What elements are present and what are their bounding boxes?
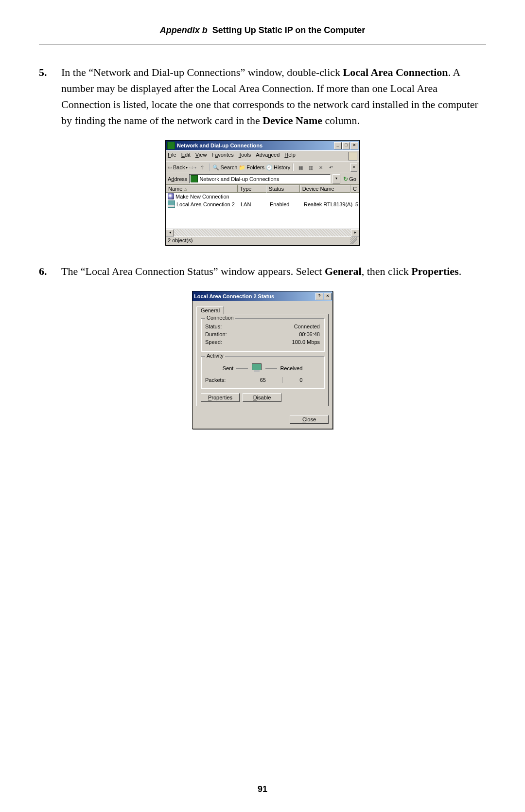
list-item[interactable]: Make New Connection bbox=[166, 193, 359, 200]
computers-icon bbox=[251, 363, 262, 373]
scroll-right-button[interactable]: ▸ bbox=[351, 229, 359, 236]
col-status[interactable]: Status bbox=[266, 185, 300, 193]
addressbar: Address Network and Dial-up Connections … bbox=[166, 173, 359, 184]
menu-view[interactable]: View bbox=[195, 152, 207, 161]
forward-button[interactable]: ⇨ ▾ bbox=[189, 164, 196, 171]
properties-button[interactable]: Properties bbox=[201, 393, 240, 402]
address-label: Address bbox=[168, 176, 187, 182]
activity-group-title: Activity bbox=[205, 353, 225, 359]
disable-button[interactable]: Disable bbox=[243, 393, 281, 402]
status-label: Status: bbox=[205, 324, 244, 329]
step-6: 6. The “Local Area Connection Status” wi… bbox=[39, 263, 486, 279]
titlebar[interactable]: Local Area Connection 2 Status ? × bbox=[192, 291, 332, 301]
speed-value: 100.0 Mbps bbox=[244, 339, 320, 345]
tab-pane: Connection Status:Connected Duration:00:… bbox=[196, 314, 329, 406]
lan-connection-icon bbox=[168, 200, 175, 208]
status-text: 2 object(s) bbox=[168, 237, 192, 245]
up-button[interactable]: ⇧ bbox=[198, 163, 207, 172]
scroll-track[interactable] bbox=[174, 229, 351, 236]
page-header: Appendix b Setting Up Static IP on the C… bbox=[39, 19, 486, 45]
connection-status-dialog: Local Area Connection 2 Status ? × Gener… bbox=[192, 291, 333, 429]
app-icon bbox=[167, 142, 175, 149]
step-6-text: The “Local Area Connection Status” windo… bbox=[61, 263, 486, 279]
delete-icon[interactable]: ✕ bbox=[316, 163, 325, 172]
minimize-button[interactable]: _ bbox=[334, 142, 342, 149]
address-icon bbox=[191, 175, 198, 182]
header-prefix: Appendix b bbox=[160, 25, 208, 35]
packets-label: Packets: bbox=[205, 377, 244, 383]
list-item[interactable]: Local Area Connection 2 LAN Enabled Real… bbox=[166, 200, 359, 208]
duration-value: 00:06:48 bbox=[244, 331, 320, 337]
windows-logo-icon bbox=[349, 152, 357, 161]
menu-edit[interactable]: Edit bbox=[181, 152, 191, 161]
undo-icon[interactable]: ↶ bbox=[327, 163, 335, 172]
network-connections-window: Network and Dial-up Connections _ □ × Fi… bbox=[165, 140, 360, 246]
status-value: Connected bbox=[244, 324, 320, 329]
packets-sent-value: 65 bbox=[244, 377, 282, 383]
list-body: Make New Connection Local Area Connectio… bbox=[166, 193, 359, 229]
resize-grip-icon[interactable] bbox=[350, 237, 357, 244]
menu-favorites[interactable]: Favorites bbox=[211, 152, 233, 161]
address-dropdown-button[interactable]: ▾ bbox=[332, 174, 340, 183]
close-button[interactable]: × bbox=[324, 293, 332, 300]
toolbar-overflow-button[interactable]: » bbox=[350, 163, 357, 172]
go-button[interactable]: ↻Go bbox=[342, 176, 357, 182]
menu-tools[interactable]: Tools bbox=[239, 152, 251, 161]
tabstrip: General bbox=[196, 304, 329, 314]
folders-button[interactable]: 📁Folders bbox=[239, 164, 264, 171]
titlebar[interactable]: Network and Dial-up Connections _ □ × bbox=[166, 141, 359, 150]
close-dialog-button[interactable]: Close bbox=[290, 415, 329, 424]
step-5-number: 5. bbox=[39, 64, 61, 128]
col-type[interactable]: Type bbox=[238, 185, 266, 193]
duration-label: Duration: bbox=[205, 331, 244, 337]
step-5-text: In the “Network and Dial-up Connections”… bbox=[61, 64, 486, 128]
menu-advanced[interactable]: Advanced bbox=[256, 152, 280, 161]
address-input[interactable]: Network and Dial-up Connections bbox=[189, 174, 331, 183]
close-button[interactable]: × bbox=[350, 142, 358, 149]
received-label: Received bbox=[280, 365, 302, 371]
help-button[interactable]: ? bbox=[315, 293, 323, 300]
history-button[interactable]: 🕘History bbox=[266, 164, 290, 171]
maximize-button[interactable]: □ bbox=[342, 142, 350, 149]
connection-groupbox: Connection Status:Connected Duration:00:… bbox=[201, 318, 324, 351]
menu-help[interactable]: Help bbox=[284, 152, 296, 161]
sent-label: Sent bbox=[223, 365, 234, 371]
back-button[interactable]: ⇦ Back ▾ bbox=[168, 164, 188, 171]
horizontal-scrollbar[interactable]: ◂ ▸ bbox=[166, 229, 359, 236]
statusbar: 2 object(s) bbox=[166, 236, 359, 245]
page-number: 91 bbox=[0, 784, 525, 794]
list-header: Name △ Type Status Device Name C bbox=[166, 184, 359, 193]
packets-received-value: 0 bbox=[282, 377, 320, 383]
speed-label: Speed: bbox=[205, 339, 244, 345]
connection-group-title: Connection bbox=[205, 315, 235, 321]
search-button[interactable]: 🔍Search bbox=[212, 164, 237, 171]
step-6-number: 6. bbox=[39, 263, 61, 279]
activity-groupbox: Activity Sent Received Packets: bbox=[201, 356, 324, 388]
address-value: Network and Dial-up Connections bbox=[199, 176, 279, 182]
scroll-left-button[interactable]: ◂ bbox=[166, 229, 174, 236]
col-overflow[interactable]: C bbox=[350, 185, 359, 193]
col-name[interactable]: Name △ bbox=[166, 185, 238, 193]
menubar: File Edit View Favorites Tools Advanced … bbox=[166, 150, 359, 162]
col-device[interactable]: Device Name bbox=[300, 185, 350, 193]
menu-file[interactable]: File bbox=[168, 152, 176, 161]
toolbar: ⇦ Back ▾ ⇨ ▾ ⇧ 🔍Search 📁Folders 🕘History… bbox=[166, 162, 359, 173]
move-to-icon[interactable]: ▦ bbox=[296, 163, 305, 172]
window-title: Local Area Connection 2 Status bbox=[194, 293, 315, 299]
sort-asc-icon: △ bbox=[184, 187, 187, 191]
go-icon: ↻ bbox=[343, 176, 348, 182]
window-title: Network and Dial-up Connections bbox=[177, 143, 334, 148]
new-connection-icon bbox=[168, 193, 174, 199]
tab-general[interactable]: General bbox=[196, 306, 224, 314]
step-5: 5. In the “Network and Dial-up Connectio… bbox=[39, 64, 486, 128]
copy-to-icon[interactable]: ▥ bbox=[306, 163, 315, 172]
header-title: Setting Up Static IP on the Computer bbox=[212, 25, 366, 35]
